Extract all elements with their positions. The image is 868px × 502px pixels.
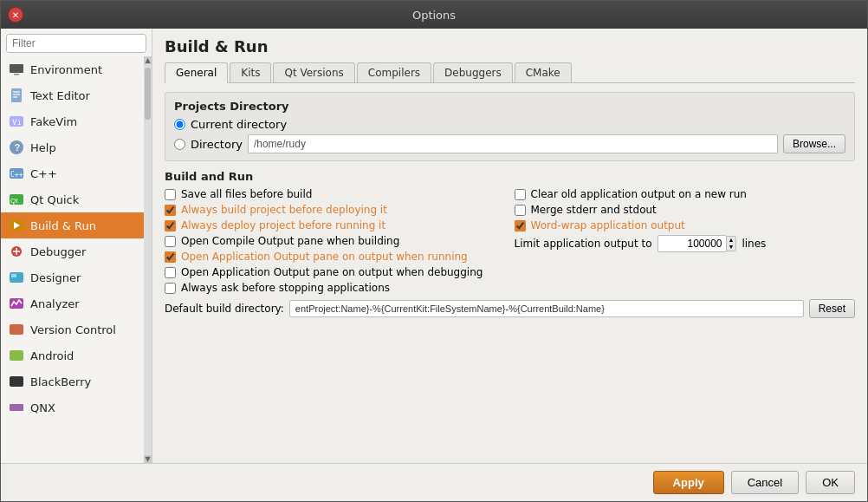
- sidebar-scroll-area: Environment Text Editor Vi: [1, 56, 152, 463]
- version-control-icon: [8, 321, 25, 338]
- checkbox-always-ask-label: Always ask before stopping applications: [181, 282, 390, 294]
- debugger-icon: [8, 243, 25, 260]
- sidebar-label-version-control: Version Control: [30, 323, 116, 336]
- sidebar-label-blackberry: BlackBerry: [30, 375, 91, 388]
- checkbox-open-app-output[interactable]: [165, 251, 176, 263]
- svg-text:?: ?: [15, 142, 21, 153]
- sidebar-item-qnx[interactable]: QNX: [1, 394, 144, 421]
- sidebar-label-qt-quick: Qt Quick: [30, 193, 79, 206]
- sidebar-item-environment[interactable]: Environment: [1, 56, 144, 82]
- sidebar-label-cpp: C++: [30, 167, 57, 180]
- svg-rect-24: [10, 376, 23, 387]
- tab-qt-versions[interactable]: Qt Versions: [273, 62, 354, 82]
- qt-icon: Qt: [8, 191, 25, 208]
- checkbox-always-ask[interactable]: [165, 283, 176, 294]
- checkbox-merge-stderr[interactable]: [515, 205, 526, 216]
- sidebar-item-cpp[interactable]: C++ C++: [1, 160, 144, 186]
- default-dir-input[interactable]: [289, 300, 804, 317]
- apply-button[interactable]: Apply: [653, 471, 724, 494]
- radio-directory[interactable]: [174, 139, 185, 150]
- checkbox-word-wrap[interactable]: [515, 220, 526, 231]
- checkbox-save-all[interactable]: [165, 189, 176, 200]
- sidebar-label-qnx: QNX: [30, 401, 55, 414]
- sidebar-item-text-editor[interactable]: Text Editor: [1, 82, 144, 108]
- sidebar-label-debugger: Debugger: [30, 245, 86, 258]
- projects-dir-section: Projects Directory Current directory Dir…: [165, 92, 855, 161]
- sidebar-item-qt-quick[interactable]: Qt Qt Quick: [1, 186, 144, 212]
- tab-debuggers[interactable]: Debuggers: [433, 62, 513, 82]
- sidebar-item-designer[interactable]: Designer: [1, 264, 144, 290]
- tab-cmake[interactable]: CMake: [515, 62, 572, 82]
- tab-kits[interactable]: Kits: [230, 62, 271, 82]
- svg-text:Qt: Qt: [10, 197, 18, 205]
- qnx-icon: [8, 399, 25, 416]
- radio-dir-label: Directory: [191, 138, 243, 151]
- limit-decrement[interactable]: ▼: [727, 244, 736, 251]
- checkbox-open-compile[interactable]: [165, 236, 176, 247]
- radio-current-dir-row: Current directory: [174, 118, 845, 131]
- bottom-bar: Apply Cancel OK: [1, 463, 867, 501]
- checkbox-save-all-label: Save all files before build: [181, 188, 312, 200]
- svg-text:Vi: Vi: [12, 118, 22, 127]
- default-dir-label: Default build directory:: [165, 303, 284, 315]
- sidebar-item-help[interactable]: ? Help: [1, 134, 144, 160]
- window-title: Options: [30, 9, 838, 22]
- sidebar-item-blackberry[interactable]: BlackBerry: [1, 368, 144, 394]
- checkbox-merge-stderr-label: Merge stderr and stdout: [531, 204, 657, 216]
- directory-input[interactable]: [248, 134, 778, 153]
- checkbox-always-deploy-label: Always deploy project before running it: [181, 219, 385, 231]
- sidebar-item-debugger[interactable]: Debugger: [1, 238, 144, 264]
- sidebar-item-android[interactable]: Android: [1, 342, 144, 368]
- radio-dir-row: Directory Browse...: [174, 134, 845, 153]
- checkbox-always-ask-row: Always ask before stopping applications: [165, 282, 506, 294]
- browse-button[interactable]: Browse...: [783, 134, 845, 153]
- sidebar-scrollbar[interactable]: ▲ ▼: [144, 56, 152, 463]
- sidebar-label-analyzer: Analyzer: [30, 297, 80, 310]
- checkbox-clear-old[interactable]: [515, 189, 526, 200]
- checkbox-right-col: Clear old application output on a new ru…: [515, 188, 856, 294]
- titlebar: Options: [1, 1, 867, 29]
- cancel-button[interactable]: Cancel: [731, 471, 799, 494]
- scroll-up[interactable]: ▲: [144, 56, 152, 64]
- checkbox-open-app-debug-row: Open Application Output pane on output w…: [165, 266, 506, 278]
- scrollbar-thumb[interactable]: [145, 68, 151, 120]
- tab-compilers[interactable]: Compilers: [357, 62, 431, 82]
- limit-input[interactable]: [657, 235, 727, 252]
- default-build-dir-row: Default build directory: Reset: [165, 299, 855, 318]
- checkbox-open-app-debug[interactable]: [165, 267, 176, 278]
- scroll-down[interactable]: ▼: [144, 455, 152, 463]
- ok-button[interactable]: OK: [806, 471, 855, 494]
- checkbox-clear-old-label: Clear old application output on a new ru…: [531, 188, 747, 200]
- sidebar-item-build-run[interactable]: Build & Run: [1, 212, 144, 238]
- checkbox-word-wrap-row: Word-wrap application output: [515, 219, 856, 231]
- filter-input[interactable]: [6, 34, 146, 53]
- checkbox-merge-stderr-row: Merge stderr and stdout: [515, 204, 856, 216]
- checkbox-save-all-row: Save all files before build: [165, 188, 506, 200]
- svg-rect-0: [10, 64, 23, 73]
- checkbox-always-build-row: Always build project before deploying it: [165, 204, 506, 216]
- monitor-icon: [8, 61, 25, 78]
- sidebar-items: Environment Text Editor Vi: [1, 56, 144, 463]
- build-run-title: Build and Run: [165, 170, 855, 183]
- checkbox-always-build[interactable]: [165, 205, 176, 216]
- reset-button[interactable]: Reset: [809, 299, 855, 318]
- radio-current-directory[interactable]: [174, 119, 185, 130]
- limit-unit: lines: [742, 238, 766, 250]
- sidebar-label-build-run: Build & Run: [30, 219, 96, 232]
- checkbox-open-app-debug-label: Open Application Output pane on output w…: [181, 266, 483, 278]
- limit-row: Limit application output to ▲ ▼ lines: [515, 235, 856, 252]
- limit-increment[interactable]: ▲: [727, 237, 736, 244]
- sidebar-label-help: Help: [30, 141, 56, 154]
- main-panel: Build & Run General Kits Qt Versions Com…: [152, 29, 867, 463]
- checkbox-always-deploy[interactable]: [165, 220, 176, 231]
- close-button[interactable]: [8, 7, 23, 23]
- cpp-icon: C++: [8, 165, 25, 182]
- sidebar-item-analyzer[interactable]: Analyzer: [1, 290, 144, 316]
- text-editor-icon: [8, 87, 25, 104]
- tab-general[interactable]: General: [165, 62, 228, 83]
- sidebar-item-fakevim[interactable]: Vi FakeVim: [1, 108, 144, 134]
- checkbox-always-deploy-row: Always deploy project before running it: [165, 219, 506, 231]
- sidebar-item-version-control[interactable]: Version Control: [1, 316, 144, 342]
- build-run-icon: [8, 217, 25, 234]
- checkbox-open-compile-label: Open Compile Output pane when building: [181, 235, 399, 247]
